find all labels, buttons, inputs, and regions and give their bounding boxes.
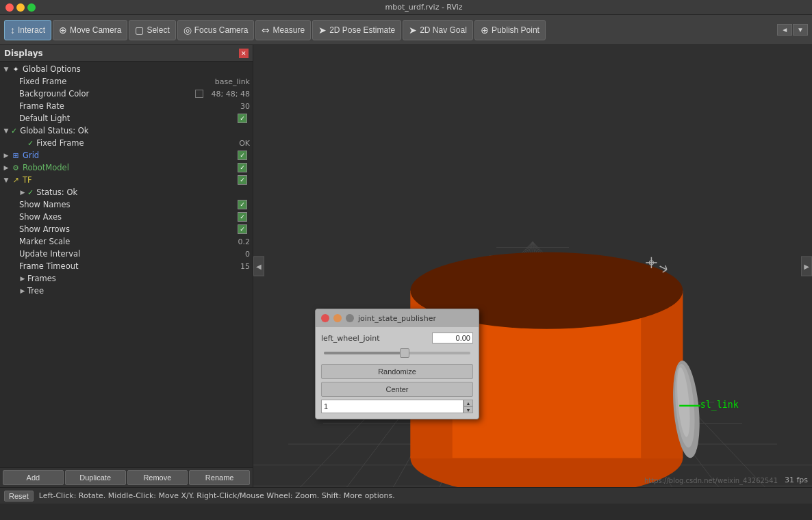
default-light-check[interactable]: ✓ bbox=[238, 114, 247, 123]
jp-close-button[interactable] bbox=[321, 314, 329, 322]
joint-publisher-body: left_wheel_joint Randomize Center ▲ ▼ bbox=[316, 327, 479, 419]
global-options-row[interactable]: ▼ ✦ Global Options bbox=[0, 63, 253, 75]
tf-status-row[interactable]: ▶ ✓ Status: Ok bbox=[0, 186, 253, 198]
pose-estimate-icon: ➤ bbox=[318, 25, 327, 36]
randomize-button[interactable]: Randomize bbox=[321, 364, 473, 379]
spinner-up-arrow[interactable]: ▲ bbox=[464, 400, 473, 406]
right-collapse-arrow[interactable]: ▶ bbox=[801, 257, 812, 276]
tf-expand[interactable]: ▼ bbox=[3, 177, 10, 183]
rename-button[interactable]: Rename bbox=[189, 470, 250, 485]
tree-label: Tree bbox=[27, 286, 250, 296]
global-options-label: Global Options bbox=[23, 64, 250, 74]
jp-minimize-button[interactable] bbox=[333, 314, 342, 322]
toolbar-right-arrow[interactable]: ▼ bbox=[793, 24, 808, 36]
robot-model-check[interactable]: ✓ bbox=[238, 163, 247, 172]
pose-estimate-label: 2D Pose Estimate bbox=[329, 25, 395, 35]
global-status-row[interactable]: ▼ ✓ Global Status: Ok bbox=[0, 125, 253, 137]
show-arrows-label: Show Arrows bbox=[19, 224, 238, 234]
main-area: Displays ✕ ▼ ✦ Global Options Fixed Fram… bbox=[0, 45, 812, 487]
joint-state-publisher-window[interactable]: joint_state_publisher left_wheel_joint R… bbox=[315, 309, 479, 419]
tree-row[interactable]: ▶ Tree bbox=[0, 285, 253, 297]
robot-model-label: RobotModel bbox=[23, 163, 238, 172]
joint-row: left_wheel_joint bbox=[321, 333, 473, 343]
maximize-button[interactable] bbox=[27, 3, 36, 12]
publish-point-label: Publish Point bbox=[492, 25, 540, 35]
frames-row[interactable]: ▶ Frames bbox=[0, 272, 253, 285]
joint-slider-fill bbox=[324, 352, 405, 354]
minimize-button[interactable] bbox=[16, 3, 25, 12]
global-options-expand[interactable]: ▼ bbox=[3, 66, 10, 73]
duplicate-button[interactable]: Duplicate bbox=[65, 470, 126, 485]
select-button[interactable]: ▢ Select bbox=[129, 20, 175, 40]
measure-label: Measure bbox=[272, 25, 305, 35]
displays-tree[interactable]: ▼ ✦ Global Options Fixed Frame base_link… bbox=[0, 62, 253, 467]
default-light-label: Default Light bbox=[19, 114, 238, 123]
window-controls[interactable] bbox=[5, 3, 36, 12]
interact-button[interactable]: ↕ Interact bbox=[4, 20, 51, 40]
left-collapse-arrow[interactable]: ◀ bbox=[253, 257, 264, 276]
titlebar: mbot_urdf.rviz - RViz bbox=[0, 0, 812, 15]
tf-label: TF bbox=[23, 175, 238, 185]
bg-color-row[interactable]: Background Color 48; 48; 48 bbox=[0, 88, 253, 100]
remove-button[interactable]: Remove bbox=[127, 470, 188, 485]
move-camera-button[interactable]: ⊕ Move Camera bbox=[53, 20, 127, 40]
fixed-frame-row[interactable]: Fixed Frame base_link bbox=[0, 75, 253, 88]
show-names-label: Show Names bbox=[19, 200, 238, 209]
frame-rate-row[interactable]: Frame Rate 30 bbox=[0, 100, 253, 112]
displays-close-button[interactable]: ✕ bbox=[239, 49, 249, 58]
update-interval-row[interactable]: Update Interval 0 bbox=[0, 248, 253, 260]
show-arrows-check[interactable]: ✓ bbox=[238, 224, 247, 234]
tf-status-expand[interactable]: ▶ bbox=[19, 189, 26, 196]
grid-expand[interactable]: ▶ bbox=[3, 152, 10, 159]
bg-color-swatch bbox=[195, 90, 203, 98]
window-title: mbot_urdf.rviz - RViz bbox=[41, 3, 807, 12]
spinner-input[interactable] bbox=[321, 400, 464, 413]
joint-name: left_wheel_joint bbox=[321, 334, 428, 343]
show-axes-check[interactable]: ✓ bbox=[238, 212, 247, 222]
fixed-frame-value: base_link bbox=[215, 77, 250, 86]
global-status-fixed-frame-row[interactable]: ✓ Fixed Frame OK bbox=[0, 137, 253, 149]
joint-slider-thumb[interactable] bbox=[400, 348, 409, 358]
measure-button[interactable]: ⇔ Measure bbox=[255, 20, 311, 40]
center-button[interactable]: Center bbox=[321, 382, 473, 397]
grid-check[interactable]: ✓ bbox=[238, 151, 247, 160]
joint-value-input[interactable] bbox=[432, 333, 473, 343]
frame-timeout-label: Frame Timeout bbox=[19, 261, 235, 271]
focus-camera-button[interactable]: ◎ Focus Camera bbox=[177, 20, 255, 40]
scene-svg: sl_link bbox=[253, 45, 812, 487]
publish-point-button[interactable]: ⊕ Publish Point bbox=[474, 20, 546, 40]
pose-estimate-button[interactable]: ➤ 2D Pose Estimate bbox=[312, 20, 401, 40]
marker-scale-row[interactable]: Marker Scale 0.2 bbox=[0, 235, 253, 248]
jp-maximize-button[interactable] bbox=[346, 314, 354, 322]
global-status-expand[interactable]: ▼ bbox=[3, 127, 10, 134]
fps-counter: 31 fps bbox=[785, 476, 808, 484]
add-button[interactable]: Add bbox=[3, 470, 64, 485]
joint-publisher-header: joint_state_publisher bbox=[316, 309, 479, 327]
frame-timeout-row[interactable]: Frame Timeout 15 bbox=[0, 260, 253, 272]
grid-icon: ⊞ bbox=[11, 151, 21, 160]
select-icon: ▢ bbox=[135, 25, 144, 36]
close-button[interactable] bbox=[5, 3, 14, 12]
move-camera-icon: ⊕ bbox=[59, 25, 67, 36]
show-axes-row[interactable]: Show Axes ✓ bbox=[0, 211, 253, 223]
frames-expand[interactable]: ▶ bbox=[19, 275, 26, 282]
viewport[interactable]: sl_link ◀ ▶ 31 fps https://blog.csdn.n bbox=[253, 45, 812, 487]
reset-button[interactable]: Reset bbox=[4, 491, 34, 502]
show-names-check[interactable]: ✓ bbox=[238, 200, 247, 209]
focus-camera-icon: ◎ bbox=[183, 25, 192, 36]
grid-row[interactable]: ▶ ⊞ Grid ✓ bbox=[0, 149, 253, 161]
show-names-row[interactable]: Show Names ✓ bbox=[0, 198, 253, 211]
robot-model-expand[interactable]: ▶ bbox=[3, 164, 10, 171]
tf-row[interactable]: ▼ ↗ TF ✓ bbox=[0, 174, 253, 186]
nav-goal-button[interactable]: ➤ 2D Nav Goal bbox=[403, 20, 473, 40]
spinner-down-arrow[interactable]: ▼ bbox=[464, 406, 473, 413]
robot-model-row[interactable]: ▶ ⚙ RobotModel ✓ bbox=[0, 161, 253, 174]
joint-slider-container[interactable] bbox=[321, 348, 473, 359]
default-light-row[interactable]: Default Light ✓ bbox=[0, 112, 253, 125]
global-options-icon: ✦ bbox=[11, 64, 21, 74]
tree-expand[interactable]: ▶ bbox=[19, 287, 26, 294]
toolbar-left-arrow[interactable]: ◄ bbox=[777, 24, 792, 36]
tf-check[interactable]: ✓ bbox=[238, 175, 247, 185]
show-arrows-row[interactable]: Show Arrows ✓ bbox=[0, 223, 253, 235]
select-label: Select bbox=[147, 25, 169, 35]
